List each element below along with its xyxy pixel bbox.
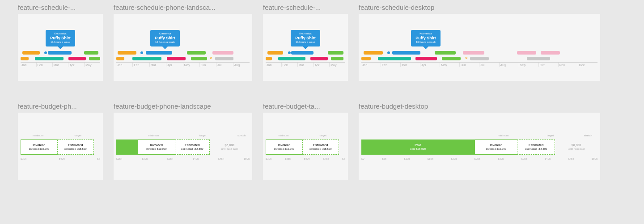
thumbnail-row-budget: feature-budget-ph... minimum target Invo… (18, 102, 626, 180)
thumbnail-schedule-tablet[interactable]: feature-schedule-... Kramerica Puffy Shi… (263, 4, 348, 81)
thumbnail-title: feature-schedule-... (18, 4, 103, 11)
month-axis: JanFebMarAprMay (266, 62, 345, 67)
thumbnail-canvas: minimum target stretch Invoiced invoiced… (114, 113, 252, 180)
month-axis: JanFebMarAprMayJunJulAug (116, 62, 250, 67)
thumbnail-row-schedule: feature-schedule-... Kramerica Puffy Shi… (18, 4, 626, 81)
budget-axis: $30k$35k$40k$45k$e (266, 157, 345, 160)
thumbnail-canvas: Kramerica Puffy Shirt 16 hours a week (359, 14, 600, 81)
budget-axis: $25k$30k$35k$40k$45k$50k (116, 157, 250, 160)
budget-markers: minimum target (266, 134, 345, 139)
budget-bar: Invoiced invoiced $10,000 Estimated esti… (116, 139, 250, 155)
schedule-tooltip: Kramerica Puffy Shirt 16 hours a week (411, 30, 441, 46)
budget-markers: minimum target stretch (116, 134, 250, 139)
thumbnail-title: feature-schedule-... (263, 4, 348, 11)
thumbnail-title: feature-budget-ph... (18, 102, 103, 110)
thumbnail-canvas: Kramerica Puffy Shirt 16 hours a week (18, 14, 103, 81)
thumbnail-schedule-phone-landscape[interactable]: feature-schedule-phone-landsca... Kramer… (114, 4, 252, 81)
schedule-tooltip: Kramerica Puffy Shirt 16 hours a week (291, 30, 320, 46)
thumbnail-schedule-phone[interactable]: feature-schedule-... Kramerica Puffy Shi… (18, 4, 103, 81)
thumbnail-canvas: Kramerica Puffy Shirt 16 hours a week (263, 14, 348, 81)
thumbnail-title: feature-budget-desktop (359, 102, 600, 110)
schedule-tooltip: Kramerica Puffy Shirt 16 hours a week (46, 30, 75, 46)
thumbnail-schedule-desktop[interactable]: feature-schedule-desktop Kramerica Puffy… (359, 4, 600, 81)
thumbnail-canvas: minimum target stretch Paid paid $25,000… (359, 113, 600, 180)
thumbnail-title: feature-schedule-phone-landsca... (114, 4, 252, 11)
thumbnail-budget-desktop[interactable]: feature-budget-desktop minimum target st… (359, 102, 600, 180)
thumbnail-canvas: minimum target Invoiced invoiced $10,000… (18, 113, 103, 180)
thumbnail-title: feature-schedule-desktop (359, 4, 600, 11)
gantt-chart (21, 51, 100, 60)
budget-markers: minimum target (21, 134, 100, 139)
budget-bar: Paid paid $25,000 Invoiced invoiced $10,… (361, 139, 597, 155)
thumbnail-budget-tablet[interactable]: feature-budget-ta... minimum target Invo… (263, 102, 348, 180)
thumbnail-canvas: minimum target Invoiced invoiced $10,000… (263, 113, 348, 180)
budget-axis: $30k $40k $e (21, 157, 100, 160)
budget-axis: $0$5k$10k$15k$20k$25k$30k$35k$40k$45k$50… (361, 157, 597, 160)
gantt-chart: × (361, 51, 597, 60)
thumbnail-canvas: Kramerica Puffy Shirt 16 hours a week (114, 14, 252, 81)
thumbnail-title: feature-budget-phone-landscape (114, 102, 252, 110)
budget-bar: Invoiced invoiced $10,000 Estimated esti… (266, 139, 345, 155)
budget-bar: Invoiced invoiced $10,000 Estimated esti… (21, 139, 100, 155)
month-axis: JanFebMarAprMay (21, 62, 100, 67)
schedule-tooltip: Kramerica Puffy Shirt 16 hours a week (150, 30, 180, 46)
gantt-chart: × (116, 51, 250, 60)
budget-markers: minimum target stretch (361, 134, 597, 139)
thumbnail-budget-phone-landscape[interactable]: feature-budget-phone-landscape minimum t… (114, 102, 252, 180)
thumbnail-budget-phone[interactable]: feature-budget-ph... minimum target Invo… (18, 102, 103, 180)
thumbnail-title: feature-budget-ta... (263, 102, 348, 110)
gantt-chart (266, 51, 345, 60)
month-axis: JanFebMarAprMayJunJulAugSepOctNovDec (361, 62, 597, 67)
